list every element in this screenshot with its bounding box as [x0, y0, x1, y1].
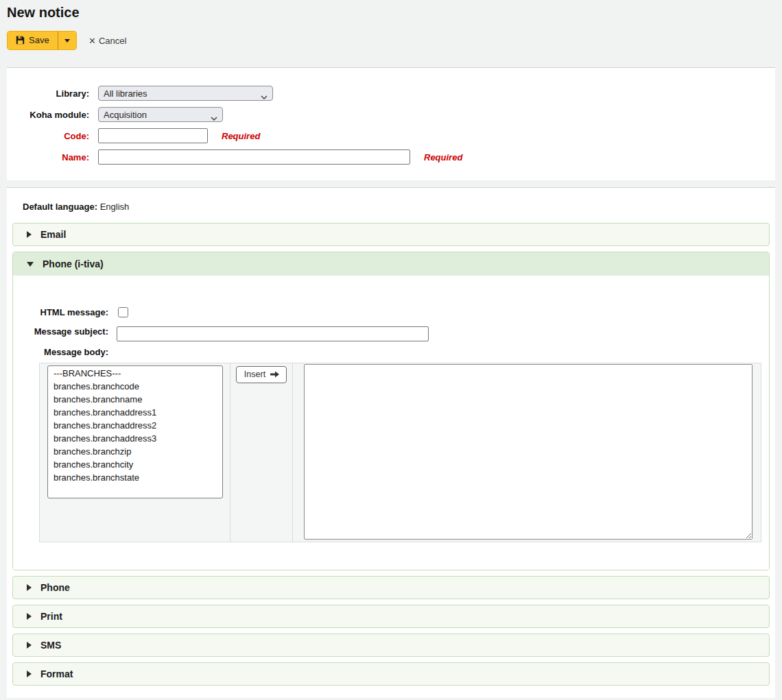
- field-option[interactable]: branches.branchstate: [51, 471, 222, 484]
- accordion-phone[interactable]: Phone: [12, 576, 770, 599]
- message-text-cell: [293, 363, 761, 542]
- save-icon: [16, 36, 25, 45]
- insert-button-label: Insert: [244, 370, 265, 379]
- toolbar: Save × Cancel: [7, 31, 775, 50]
- module-select-wrap: Acquisition: [98, 107, 223, 122]
- library-row: Library: All libraries: [7, 86, 775, 101]
- accordion-phone-itiva-label: Phone (i-tiva): [43, 258, 104, 269]
- code-row: Code: Required: [7, 128, 775, 143]
- koha-module-select[interactable]: Acquisition: [98, 107, 223, 122]
- default-language-value: English: [100, 202, 130, 212]
- accordion-phone-itiva-section: Phone (i-tiva) HTML message: Message sub…: [12, 252, 770, 570]
- triangle-right-icon: [27, 642, 32, 649]
- page-header: New notice Save × Cancel: [0, 0, 782, 50]
- name-required-note: Required: [424, 152, 462, 162]
- module-row: Koha module: Acquisition: [7, 107, 775, 122]
- field-option[interactable]: branches.branchaddress3: [51, 432, 222, 445]
- message-subject-input[interactable]: [117, 326, 429, 341]
- triangle-right-icon: [27, 671, 32, 677]
- save-button[interactable]: Save: [8, 32, 58, 49]
- library-select-wrap: All libraries: [98, 86, 273, 101]
- accordion-email[interactable]: Email: [12, 223, 770, 246]
- code-input[interactable]: [98, 128, 208, 143]
- name-input[interactable]: [98, 149, 410, 165]
- cancel-label: Cancel: [99, 36, 126, 46]
- field-option[interactable]: branches.branchcode: [51, 380, 222, 393]
- message-subject-label: Message subject:: [29, 326, 108, 337]
- field-option[interactable]: branches.branchcity: [51, 458, 222, 471]
- html-message-checkbox[interactable]: [118, 307, 128, 317]
- insert-cell: Insert: [230, 363, 293, 542]
- accordion-phone-itiva[interactable]: Phone (i-tiva): [13, 252, 769, 276]
- message-body-editor: ---BRANCHES---branches.branchcodebranche…: [39, 363, 761, 542]
- arrow-right-icon: [270, 371, 279, 378]
- notice-templates-panel: Default language: English Email Phone (i…: [7, 187, 775, 698]
- message-subject-row: Message subject:: [29, 326, 769, 341]
- html-message-row: HTML message:: [29, 307, 769, 318]
- message-body-label-row: Message body:: [29, 347, 769, 358]
- close-icon: ×: [89, 36, 95, 45]
- koha-module-label: Koha module:: [7, 110, 89, 120]
- page-title: New notice: [7, 4, 775, 21]
- field-option[interactable]: ---BRANCHES---: [51, 367, 222, 380]
- library-label: Library:: [7, 88, 89, 99]
- triangle-right-icon: [27, 231, 32, 238]
- default-language-label: Default language:: [23, 202, 97, 212]
- triangle-right-icon: [27, 584, 32, 591]
- accordion-format[interactable]: Format: [12, 662, 770, 686]
- save-button-group: Save: [7, 31, 77, 50]
- accordion-print[interactable]: Print: [12, 605, 770, 628]
- triangle-right-icon: [27, 613, 32, 620]
- database-fields-listbox[interactable]: ---BRANCHES---branches.branchcodebranche…: [47, 365, 223, 498]
- accordion-email-label: Email: [40, 229, 66, 240]
- accordion-sms[interactable]: SMS: [12, 633, 770, 657]
- accordion-sms-label: SMS: [40, 640, 61, 651]
- save-button-label: Save: [29, 35, 49, 45]
- code-label: Code:: [7, 131, 89, 141]
- notice-details-panel: Library: All libraries Koha module: Acqu…: [7, 67, 775, 180]
- field-option[interactable]: branches.branchaddress2: [51, 419, 222, 432]
- save-dropdown-button[interactable]: [58, 32, 76, 49]
- library-select[interactable]: All libraries: [98, 86, 273, 101]
- phone-itiva-editor: HTML message: Message subject: Message b…: [13, 276, 769, 570]
- name-row: Name: Required: [7, 149, 775, 165]
- insert-button[interactable]: Insert: [236, 366, 287, 383]
- message-body-textarea[interactable]: [304, 364, 753, 540]
- html-message-label: HTML message:: [29, 307, 108, 318]
- accordion-phone-label: Phone: [40, 582, 70, 593]
- field-option[interactable]: branches.branchname: [51, 393, 222, 406]
- caret-down-icon: [64, 39, 70, 43]
- accordion-format-label: Format: [40, 668, 73, 679]
- triangle-down-icon: [27, 262, 34, 267]
- default-language-line: Default language: English: [23, 202, 770, 212]
- accordion-print-label: Print: [40, 611, 62, 622]
- field-option[interactable]: branches.branchzip: [51, 445, 222, 458]
- cancel-button[interactable]: × Cancel: [89, 36, 127, 46]
- fields-cell: ---BRANCHES---branches.branchcodebranche…: [40, 363, 230, 542]
- message-body-label: Message body:: [29, 347, 108, 358]
- name-label: Name:: [7, 152, 89, 162]
- field-option[interactable]: branches.branchaddress1: [51, 406, 222, 419]
- code-required-note: Required: [222, 131, 260, 141]
